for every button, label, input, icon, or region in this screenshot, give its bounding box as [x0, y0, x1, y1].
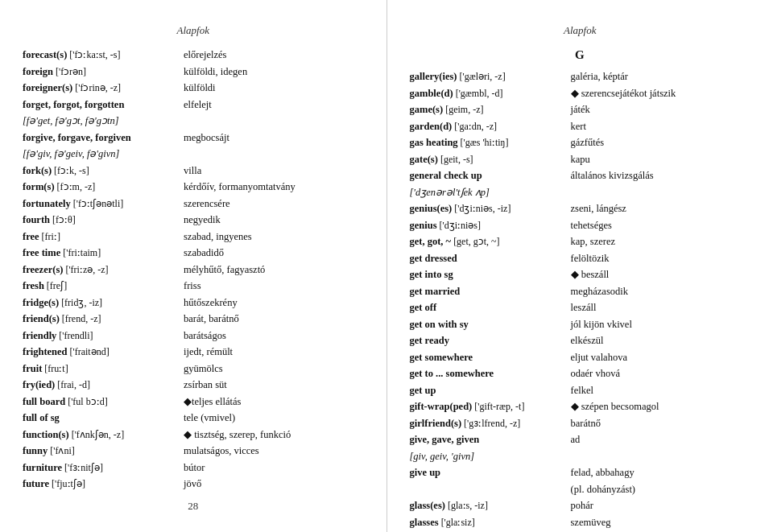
- entry-term: function(s) ['fʌnkʃən, -z]: [23, 428, 184, 443]
- entry-term: gallery(ies) ['gæləri, -z]: [410, 70, 571, 85]
- list-item: gas heating ['gæs 'hiːtiŋ]gázfűtés: [410, 136, 751, 151]
- entry-term: forget, forgot, forgotten: [23, 98, 184, 113]
- list-item: fortunately ['fɔːtʃənətli]szerencsére: [23, 197, 364, 212]
- entry-term: get on with sy: [410, 318, 571, 332]
- entry-definition: barát, barátnő: [184, 312, 364, 327]
- entry-definition: játék: [571, 103, 751, 118]
- entry-term: forgive, forgave, forgiven: [23, 131, 184, 146]
- list-item: gift-wrap(ped) ['gift-ræp, -t]◆ szépen b…: [410, 400, 751, 414]
- entry-term: get up: [410, 384, 571, 398]
- list-item: glass(es) [glaːs, -iz]pohár: [410, 499, 751, 513]
- list-item: girlfriend(s) ['gɜːlfrend, -z]barátnő: [410, 417, 751, 431]
- list-item: get, got, ~ [get, gɔt, ~]kap, szerez: [410, 235, 751, 250]
- list-item: furniture ['fɜːnitʃə]bútor: [23, 461, 364, 476]
- list-item: glasses ['glaːsiz]szemüveg: [410, 516, 751, 530]
- entry-term: garden(d) ['gaːdn, -z]: [410, 120, 571, 134]
- section-title-g: G: [410, 48, 751, 62]
- list-item: fridge(s) [fridʒ, -iz]hűtőszekrény: [23, 296, 364, 311]
- entry-term: freezer(s) ['friːzə, -z]: [23, 263, 184, 278]
- entry-definition: tehetséges: [571, 219, 751, 233]
- list-item: get offleszáll: [410, 301, 751, 315]
- list-item: garden(d) ['gaːdn, -z]kert: [410, 120, 751, 134]
- entry-definition: friss: [184, 279, 364, 294]
- entry-term: fourth [fɔːθ]: [23, 213, 184, 228]
- entry-definition: megházasodik: [571, 285, 751, 299]
- entry-term: free time ['friːtaim]: [23, 246, 184, 261]
- entry-term: foreign ['fɔrən]: [23, 65, 184, 80]
- entry-term: gate(s) [geit, -s]: [410, 153, 571, 167]
- entry-definition: ijedt, rémült: [184, 345, 364, 360]
- list-item: full board ['ful bɔːd]◆teljes ellátás: [23, 395, 364, 410]
- list-item: friend(s) [frend, -z]barát, barátnő: [23, 312, 364, 327]
- list-item: get into sg◆ beszáll: [410, 268, 751, 282]
- entry-term: gift-wrap(ped) ['gift-ræp, -t]: [410, 400, 571, 414]
- entry-definition: zseni, lángész: [571, 202, 751, 217]
- entry-term: [giv, geiv, 'givn]: [410, 450, 571, 464]
- entry-term: girlfriend(s) ['gɜːlfrend, -z]: [410, 417, 571, 431]
- entry-term: friendly ['frendli]: [23, 329, 184, 344]
- entry-term: get into sg: [410, 268, 571, 282]
- entry-term: get ready: [410, 334, 571, 348]
- entry-definition: elfelejt: [184, 98, 364, 113]
- list-item: fry(ied) [frai, -d]zsírban süt: [23, 378, 364, 393]
- entry-term: fork(s) [fɔːk, -s]: [23, 164, 184, 179]
- list-item: form(s) [fɔːm, -z]kérdőív, formanyomtatv…: [23, 180, 364, 195]
- entry-definition: ◆teljes ellátás: [184, 395, 364, 410]
- entry-definition: mélyhűtő, fagyasztó: [184, 263, 364, 278]
- left-page-number: 28: [23, 500, 364, 513]
- list-item: [fə'get, fə'gɔt, fə'gɔtn]: [23, 114, 364, 129]
- entry-term: foreigner(s) ['fɔrinə, -z]: [23, 81, 184, 96]
- list-item: gallery(ies) ['gæləri, -z]galéria, képtá…: [410, 70, 751, 85]
- entry-definition: kapu: [571, 153, 751, 167]
- entry-definition: hűtőszekrény: [184, 296, 364, 311]
- entry-term: full board ['ful bɔːd]: [23, 395, 184, 410]
- list-item: future ['fjuːtʃə]jövő: [23, 477, 364, 492]
- entry-definition: ad: [571, 433, 751, 447]
- entry-term: fruit [fruːt]: [23, 362, 184, 377]
- entry-term: free [friː]: [23, 230, 184, 245]
- right-entries-container: gallery(ies) ['gæləri, -z]galéria, képtá…: [410, 70, 751, 532]
- list-item: foreign ['fɔrən]külföldi, idegen: [23, 65, 364, 80]
- list-item: forgive, forgave, forgivenmegbocsájt: [23, 131, 364, 146]
- entry-term: fridge(s) [fridʒ, -iz]: [23, 296, 184, 311]
- entry-definition: előrejelzés: [184, 48, 364, 63]
- entry-definition: szerencsére: [184, 197, 364, 212]
- list-item: gate(s) [geit, -s]kapu: [410, 153, 751, 167]
- entry-definition: mulatságos, vicces: [184, 444, 364, 459]
- list-item: free time ['friːtaim]szabadidő: [23, 246, 364, 261]
- list-item: (pl. dohányzást): [410, 483, 751, 497]
- entry-term: give, gave, given: [410, 433, 571, 447]
- entry-definition: külföldi, idegen: [184, 65, 364, 80]
- entry-term: friend(s) [frend, -z]: [23, 312, 184, 327]
- entry-term: get married: [410, 285, 571, 299]
- list-item: give, gave, givenad: [410, 433, 751, 447]
- list-item: full of sgtele (vmivel): [23, 411, 364, 426]
- entry-term: get, got, ~ [get, gɔt, ~]: [410, 235, 571, 250]
- list-item: get marriedmegházasodik: [410, 285, 751, 299]
- entry-definition: ◆ szépen becsomagol: [571, 400, 751, 414]
- list-item: function(s) ['fʌnkʃən, -z]◆ tisztség, sz…: [23, 428, 364, 443]
- list-item: get upfelkel: [410, 384, 751, 398]
- entry-definition: eljut valahova: [571, 351, 751, 365]
- entry-term: get to ... somewhere: [410, 367, 571, 381]
- list-item: game(s) [geim, -z]játék: [410, 103, 751, 118]
- list-item: [fə'giv, fə'geiv, fə'givn]: [23, 147, 364, 162]
- entry-term: fortunately ['fɔːtʃənətli]: [23, 197, 184, 212]
- list-item: freezer(s) ['friːzə, -z]mélyhűtő, fagyas…: [23, 263, 364, 278]
- list-item: get readyelkészül: [410, 334, 751, 348]
- entry-term: gamble(d) ['gæmbl, -d]: [410, 87, 571, 101]
- entry-term: glasses ['glaːsiz]: [410, 516, 571, 530]
- list-item: ['dʒenərəl'tʃek ʌp]: [410, 186, 751, 200]
- list-item: forget, forgot, forgottenelfelejt: [23, 98, 364, 113]
- entry-definition: ◆ szerencsejátékot játszik: [571, 87, 751, 101]
- entry-definition: felöltözik: [571, 252, 751, 266]
- left-entries-container: forecast(s) ['fɔːkaːst, -s]előrejelzésfo…: [23, 48, 364, 492]
- list-item: genius(es) ['dʒiːniəs, -iz]zseni, lángés…: [410, 202, 751, 217]
- entry-definition: szabadidő: [184, 246, 364, 261]
- entry-term: ['dʒenərəl'tʃek ʌp]: [410, 186, 571, 200]
- entry-term: forecast(s) ['fɔːkaːst, -s]: [23, 48, 184, 63]
- list-item: frightened ['fraitənd]ijedt, rémült: [23, 345, 364, 360]
- entry-term: [fə'giv, fə'geiv, fə'givn]: [23, 147, 184, 162]
- list-item: genius ['dʒiːniəs]tehetséges: [410, 219, 751, 233]
- entry-term: get somewhere: [410, 351, 571, 365]
